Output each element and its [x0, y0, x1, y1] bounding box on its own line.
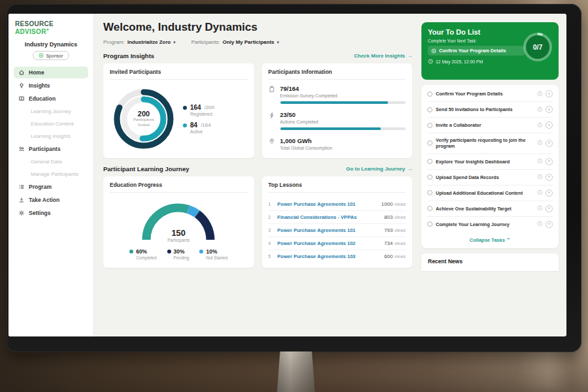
legend-active: 84 /164 Active — [183, 122, 214, 134]
chevron-right-icon[interactable]: › — [546, 90, 553, 97]
task-label: Upload Spend Data Records — [436, 174, 534, 180]
task-checkbox[interactable] — [427, 221, 433, 227]
sidebar-item-settings[interactable]: Settings — [14, 207, 88, 219]
info-row-actions: 23/50 Actions Completed — [269, 111, 406, 130]
chevron-right-icon[interactable]: › — [546, 189, 553, 197]
sidebar-item-learning-insights[interactable]: Learning Insights — [14, 131, 88, 142]
program-filter-label: Program: — [103, 39, 125, 45]
page-title: Welcome, Industry Dynamics — [103, 21, 412, 34]
sidebar-item-home[interactable]: Home — [14, 67, 88, 78]
collapse-tasks-button[interactable]: Collapse Tasks ⌃ — [427, 232, 553, 248]
todo-next-task[interactable]: Confirm Your Program Details — [428, 46, 525, 56]
task-row-achieve-target[interactable]: Achieve One Sustainability Target ⓘ › — [427, 201, 553, 217]
recent-news-title: Recent News — [428, 258, 463, 265]
chevron-right-icon[interactable]: › — [546, 140, 553, 147]
lesson-title[interactable]: Power Purchase Agreements 102 — [278, 240, 380, 246]
lesson-row[interactable]: 5 Power Purchase Agreements 103 600 view… — [269, 250, 406, 263]
go-to-learning-journey-link[interactable]: Go to Learning Journey → — [346, 166, 412, 172]
sidebar-item-label: Education — [29, 95, 56, 102]
task-checkbox[interactable] — [427, 174, 433, 180]
info-icon[interactable]: ⓘ — [538, 106, 543, 113]
learning-journey-title: Participant Learning Journey — [103, 165, 189, 172]
task-checkbox[interactable] — [427, 206, 433, 211]
check-more-insights-link[interactable]: Check More Insights → — [354, 53, 412, 59]
recent-news-header: Recent News — [421, 253, 559, 271]
sidebar: RESOURCE ADVISOR+ Industry Dynamics Spon… — [8, 14, 94, 336]
info-icon[interactable]: ⓘ — [538, 91, 543, 97]
lesson-title[interactable]: Power Purchase Agreements 101 — [278, 201, 377, 207]
logo-plus: + — [46, 27, 49, 32]
sidebar-item-take-action[interactable]: Take Action — [14, 194, 88, 206]
chevron-right-icon[interactable]: › — [546, 174, 553, 181]
participants-filter[interactable]: Participants: Only My Participants ▾ — [191, 39, 280, 45]
task-row-upload-educational-content[interactable]: Upload Additional Educational Content ⓘ … — [427, 186, 553, 201]
task-checkbox[interactable] — [427, 190, 433, 195]
todo-progress-value: 0/7 — [533, 43, 543, 51]
sidebar-item-education[interactable]: Education — [14, 93, 88, 105]
task-row-verify-participants[interactable]: Verify participants requesting to join t… — [427, 133, 553, 154]
pending-label: Pending — [174, 255, 189, 260]
info-icon[interactable]: ⓘ — [538, 122, 543, 129]
info-icon[interactable]: ⓘ — [538, 140, 543, 146]
completed-pct: 60% — [136, 248, 147, 255]
participants-filter-value: Only My Participants — [223, 39, 274, 45]
task-row-confirm-program[interactable]: Confirm Your Program Details ⓘ › — [427, 86, 553, 102]
actions-icon — [269, 112, 275, 119]
actions-label: Actions Completed — [280, 120, 406, 124]
task-checkbox[interactable] — [427, 159, 433, 164]
sidebar-item-learning-journey[interactable]: Learning Journey — [14, 106, 88, 117]
sidebar-item-program[interactable]: Program — [14, 181, 88, 193]
pending-dot-icon — [167, 250, 171, 253]
sidebar-item-general-data[interactable]: General Data — [14, 156, 88, 167]
info-icon[interactable]: ⓘ — [538, 174, 543, 180]
task-row-upload-spend-data[interactable]: Upload Spend Data Records ⓘ › — [427, 170, 553, 186]
lesson-title[interactable]: Power Purchase Agreements 103 — [278, 253, 380, 259]
chevron-right-icon[interactable]: › — [546, 158, 553, 165]
consumption-label: Total Global Consumption — [280, 146, 406, 150]
participants-icon — [18, 146, 25, 152]
info-row-emission: 79/164 Emission Survey Completed — [269, 85, 406, 104]
not-started-label: Not Started — [206, 255, 227, 260]
actions-progress-bar — [280, 127, 406, 130]
task-row-invite-collaborator[interactable]: Invite a Collaborator ⓘ › — [427, 118, 553, 133]
task-label: Upload Additional Educational Content — [436, 190, 534, 196]
chevron-right-icon[interactable]: › — [546, 122, 553, 129]
pending-pct: 30% — [174, 248, 185, 255]
chevron-down-icon: ▾ — [277, 40, 280, 45]
task-checkbox[interactable] — [427, 140, 433, 146]
task-checkbox[interactable] — [427, 91, 433, 97]
sidebar-item-education-content[interactable]: Education Content — [14, 118, 88, 129]
info-icon[interactable]: ⓘ — [538, 221, 543, 227]
sponsor-plus-icon — [39, 53, 44, 58]
sidebar-item-insights[interactable]: Insights — [14, 80, 88, 91]
insights-icon — [18, 82, 25, 89]
lesson-row[interactable]: 4 Power Purchase Agreements 102 734 view… — [269, 237, 406, 250]
chevron-right-icon[interactable]: › — [546, 106, 553, 113]
sidebar-item-label: Participants — [29, 146, 61, 152]
task-checkbox[interactable] — [427, 107, 433, 112]
program-filter[interactable]: Program: Industrialize Zero ▾ — [103, 39, 176, 45]
info-icon[interactable]: ⓘ — [538, 205, 543, 212]
info-icon[interactable]: ⓘ — [538, 158, 543, 165]
sponsor-badge[interactable]: Sponsor — [33, 51, 69, 60]
sidebar-item-participants[interactable]: Participants — [14, 143, 88, 155]
lesson-row[interactable]: 2 Financial Considerations - VPPAs 803 v… — [269, 211, 406, 224]
lesson-row[interactable]: 3 Power Purchase Agreements 101 793 view… — [269, 224, 406, 237]
task-row-explore-insights[interactable]: Explore Your Insights Dashboard ⓘ › — [427, 154, 553, 170]
lesson-row[interactable]: 1 Power Purchase Agreements 101 1000 vie… — [269, 198, 406, 211]
chevron-right-icon[interactable]: › — [546, 205, 553, 212]
lesson-views-value: 793 — [384, 227, 393, 233]
lesson-title[interactable]: Financial Considerations - VPPAs — [278, 214, 380, 220]
sponsor-badge-label: Sponsor — [46, 54, 63, 58]
invited-participants-card: Invited Participants 200 Partic — [103, 63, 254, 158]
task-row-send-invitations[interactable]: Send 50 Invitations to Participants ⓘ › — [427, 102, 553, 118]
lesson-title[interactable]: Power Purchase Agreements 101 — [278, 227, 380, 233]
task-row-complete-learning-journey[interactable]: Complete Your Learning Journey ⓘ › — [427, 217, 553, 232]
task-checkbox[interactable] — [427, 123, 433, 128]
chevron-right-icon[interactable]: › — [546, 221, 553, 228]
info-icon[interactable]: ⓘ — [538, 189, 543, 196]
lesson-views-value: 734 — [384, 240, 393, 246]
legend-completed: 60% Completed — [129, 248, 156, 260]
sidebar-item-manage-participants[interactable]: Manage Participants — [14, 169, 88, 180]
sidebar-item-label: Learning Insights — [31, 133, 71, 139]
